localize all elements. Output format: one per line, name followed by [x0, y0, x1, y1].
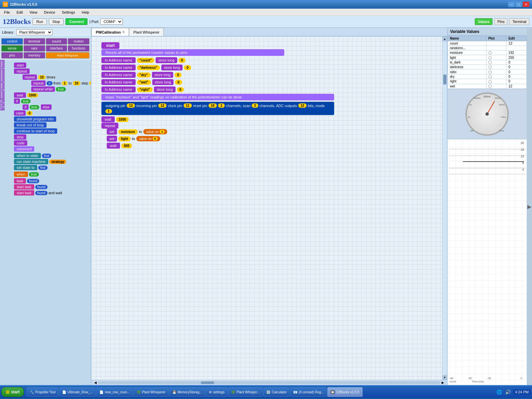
connect-button[interactable]: Connect	[66, 18, 87, 25]
block-continue[interactable]: continue to start of loop	[14, 128, 89, 134]
vscroll-up[interactable]: ▲	[443, 37, 447, 41]
menu-help[interactable]: Help	[79, 10, 92, 15]
btn-memory[interactable]: memory	[24, 52, 45, 59]
block-run-state[interactable]: run state machine strategy	[14, 159, 89, 164]
block-repeat-n[interactable]: repeat n from 1 to 10 step 1	[31, 80, 89, 86]
taskbar-plant2[interactable]: 🌿 Plant Whisper...	[228, 387, 263, 397]
block-repeat-10[interactable]: repeat 10 times	[23, 74, 89, 80]
menu-device[interactable]: Device	[41, 10, 58, 15]
taskbar-calc[interactable]: 🔢 Calculator	[263, 387, 290, 397]
repeat-n-block[interactable]: repeat	[31, 80, 46, 86]
taskbar-12blocks[interactable]: 🔲 12Blocks v1.5.5	[328, 387, 362, 397]
grid-canvas[interactable]: start Resets all of the permanent counte…	[91, 37, 442, 380]
tab-pwcalibration[interactable]: PWCalibration ✕	[91, 28, 129, 36]
if-block[interactable]: if	[14, 98, 20, 104]
menu-file[interactable]: File	[1, 10, 13, 15]
code-block[interactable]: code	[14, 140, 27, 146]
block-repeat-while[interactable]: repeat while true	[31, 86, 89, 92]
btn-functions[interactable]: functions	[68, 45, 89, 52]
terminal-button[interactable]: Terminal	[509, 18, 529, 25]
if-true2-block[interactable]: if	[23, 104, 29, 110]
run-state-block[interactable]: run state machine	[14, 159, 48, 164]
btn-sound[interactable]: sound	[46, 38, 67, 45]
case-block[interactable]: case	[14, 110, 26, 116]
taskbar-propeller[interactable]: 🔧 Propeller Tool	[27, 387, 59, 397]
block-case[interactable]: case 0	[14, 110, 89, 116]
taskbar-memory[interactable]: 💾 MemoryStorag...	[169, 387, 205, 397]
stop-block[interactable]: stop	[14, 134, 26, 140]
repeat-while-block[interactable]: repeat while	[31, 86, 55, 92]
btn-control[interactable]: control	[1, 38, 23, 45]
hscroll-right[interactable]: ▶	[440, 381, 446, 384]
pins-button[interactable]: Pins	[494, 18, 507, 25]
block-stop[interactable]: stop	[14, 134, 89, 140]
block-if[interactable]: if true if true else	[14, 98, 89, 110]
menu-settings[interactable]: Settings	[59, 10, 78, 15]
start-task-block[interactable]: start task	[14, 184, 34, 190]
block-break[interactable]: break out of loop	[14, 122, 89, 128]
menu-view[interactable]: View	[27, 10, 40, 15]
block-start[interactable]: start	[14, 63, 89, 68]
block-show-edit[interactable]: show/edit program info	[14, 116, 89, 122]
block-when-in-state[interactable]: when in state find	[14, 153, 89, 158]
hscroll-thumb[interactable]	[201, 381, 214, 384]
block-comment[interactable]: comment	[14, 146, 89, 152]
else-block[interactable]: else	[41, 104, 52, 110]
btn-sense[interactable]: sense	[1, 45, 23, 52]
block-repeat[interactable]: repeat repeat 10 times repeat n from 1	[14, 68, 89, 92]
taskbar-newrow[interactable]: 📄 new_row_coun...	[96, 387, 133, 397]
wait-block[interactable]: wait	[14, 92, 26, 98]
repeat-block[interactable]: repeat	[14, 68, 30, 74]
when-in-state-block[interactable]: when in state	[14, 153, 41, 158]
values-button[interactable]: Values	[475, 18, 492, 25]
break-block[interactable]: break out of loop	[14, 122, 47, 128]
minimize-button[interactable]: ─	[508, 2, 515, 7]
plot-radio-light[interactable]	[488, 56, 492, 60]
vscroll-down[interactable]: ▼	[443, 375, 447, 380]
block-code[interactable]: code	[14, 140, 89, 146]
start-task2-block[interactable]: start task	[14, 190, 34, 196]
menu-edit[interactable]: Edit	[14, 10, 26, 15]
plot-radio-dry[interactable]	[488, 75, 492, 78]
vscroll-thumb[interactable]	[443, 74, 447, 84]
start-block[interactable]: start	[14, 63, 26, 68]
plot-radio-ratio[interactable]	[488, 70, 492, 74]
block-when[interactable]: when true	[14, 172, 89, 177]
btn-plant-whisperer[interactable]: Plant Whisperer	[46, 52, 90, 59]
when-block[interactable]: when	[14, 172, 28, 177]
taskbar-settings[interactable]: ⚙ settings	[206, 387, 227, 397]
right-edge-collapse[interactable]: ▶	[527, 28, 532, 385]
port-select[interactable]: COM4*	[100, 19, 123, 25]
btn-pins[interactable]: pins	[1, 52, 23, 59]
plot-radio-is-dark[interactable]	[488, 61, 492, 64]
stop-button[interactable]: Stop	[49, 18, 64, 25]
btn-vars[interactable]: vars	[24, 45, 45, 52]
comment-block[interactable]: comment	[14, 146, 34, 152]
block-start-task[interactable]: start task found	[14, 184, 89, 190]
btn-terminal[interactable]: terminal	[24, 38, 45, 45]
repeat-10-block[interactable]: repeat	[23, 74, 37, 80]
library-select[interactable]: Plant Whisperer	[16, 29, 53, 35]
hscroll-left[interactable]: ◀	[93, 381, 98, 384]
start-button[interactable]: ⊞ start	[1, 387, 24, 397]
plot-radio-darkness[interactable]	[488, 66, 492, 69]
show-edit-block[interactable]: show/edit program info	[14, 116, 56, 122]
btn-motion[interactable]: motion	[68, 38, 89, 45]
tab-close-pwcalibration[interactable]: ✕	[122, 30, 125, 34]
taskbar-plant[interactable]: 🌿 Plant Whisperer	[134, 387, 169, 397]
block-wait[interactable]: wait 1000	[14, 92, 89, 98]
block-set-state[interactable]: set state to find	[14, 165, 89, 170]
set-state-block[interactable]: set state to	[14, 165, 37, 170]
task-block[interactable]: task	[14, 178, 26, 184]
taskbar-ultimate[interactable]: 📄 Ultimate_Row_...	[59, 387, 96, 397]
run-button[interactable]: Run	[33, 18, 47, 25]
block-task[interactable]: task found	[14, 178, 89, 184]
continue-block[interactable]: continue to start of loop	[14, 128, 57, 134]
close-button[interactable]: ✕	[523, 2, 529, 7]
taskbar-rog[interactable]: 📧 (0 unread) Rog...	[290, 387, 327, 397]
block-start-task-wait[interactable]: start task found and wait	[14, 190, 89, 196]
maximize-button[interactable]: □	[515, 2, 522, 7]
plot-radio-wet[interactable]	[488, 85, 492, 88]
plot-radio-moisture[interactable]	[488, 51, 492, 55]
tab-plant-whisperer[interactable]: Plant Whisperer	[129, 28, 164, 36]
